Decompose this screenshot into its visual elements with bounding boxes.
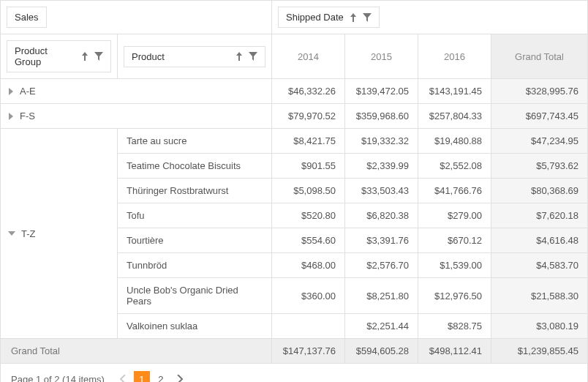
group-row-tz: T-Z Tarte au sucre $8,421.75 $19,332.32 … <box>1 129 587 339</box>
data-cell: $1,539.00 <box>418 253 491 277</box>
data-cell: $2,552.08 <box>418 154 491 178</box>
row-field-product[interactable]: Product <box>124 46 265 67</box>
data-cell: $3,391.76 <box>345 228 418 252</box>
data-cell: $143,191.45 <box>418 79 491 103</box>
column-area: Shipped Date <box>272 1 587 34</box>
sort-asc-icon[interactable] <box>235 52 243 61</box>
data-cell: $2,251.44 <box>345 314 418 338</box>
data-cell: $6,820.38 <box>345 203 418 228</box>
table-row: Uncle Bob's Organic Dried Pears $360.00 … <box>118 278 587 314</box>
group-toggle-fs[interactable]: F-S <box>1 104 272 128</box>
column-header-2015[interactable]: 2015 <box>345 34 418 78</box>
data-cell: $147,137.76 <box>272 339 345 363</box>
filter-icon[interactable] <box>94 52 103 61</box>
data-cell: $2,576.70 <box>345 253 418 277</box>
row-field-product-cell: Product <box>118 34 272 78</box>
data-cell-grand-total: $1,239,855.45 <box>491 339 587 363</box>
field-label: Sales <box>15 12 39 23</box>
data-cell: $257,804.33 <box>418 104 491 128</box>
column-headers: 2014 2015 2016 Grand Total <box>272 34 587 78</box>
data-cell-grand-total: $4,616.48 <box>491 228 587 252</box>
data-cell-grand-total: $4,583.70 <box>491 253 587 277</box>
data-cell: $5,098.50 <box>272 179 345 203</box>
pager-summary: Page 1 of 2 (14 items) <box>11 374 105 383</box>
group-row-fs: F-S $79,970.52 $359,968.60 $257,804.33 $… <box>1 104 587 129</box>
table-row: Tarte au sucre $8,421.75 $19,332.32 $19,… <box>118 129 587 154</box>
table-row: Teatime Chocolate Biscuits $901.55 $2,33… <box>118 154 587 179</box>
group-toggle-tz[interactable]: T-Z <box>1 129 118 338</box>
product-name: Tourtière <box>118 228 272 252</box>
data-cell-grand-total: $7,620.18 <box>491 203 587 228</box>
product-name: Tofu <box>118 203 272 228</box>
field-label: Shipped Date <box>286 12 344 23</box>
data-cell-grand-total: $21,588.30 <box>491 278 587 313</box>
table-row: Tofu $520.80 $6,820.38 $279.00 $7,620.18 <box>118 203 587 228</box>
column-field-shipped-date[interactable]: Shipped Date <box>278 7 380 28</box>
column-header-2014[interactable]: 2014 <box>272 34 345 78</box>
product-name: Tunnbröd <box>118 253 272 277</box>
data-cell: $828.75 <box>418 314 491 338</box>
header-row: Product Group Product <box>1 34 587 79</box>
table-row: Thüringer Rostbratwurst $5,098.50 $33,50… <box>118 179 587 203</box>
chevron-down-icon <box>8 231 15 236</box>
data-cell: $594,605.28 <box>345 339 418 363</box>
pager-next-button[interactable] <box>172 371 188 382</box>
row-field-product-group[interactable]: Product Group <box>7 40 111 72</box>
data-cell: $360.00 <box>272 278 345 313</box>
data-cell: $8,421.75 <box>272 129 345 153</box>
data-cell: $359,968.60 <box>345 104 418 128</box>
sort-asc-icon[interactable] <box>350 13 357 22</box>
data-cell-grand-total: $5,793.62 <box>491 154 587 178</box>
table-row: Tourtière $554.60 $3,391.76 $670.12 $4,6… <box>118 228 587 253</box>
data-cell: $670.12 <box>418 228 491 252</box>
filter-icon[interactable] <box>363 13 372 22</box>
data-cell: $19,480.88 <box>418 129 491 153</box>
data-cell-grand-total: $3,080.19 <box>491 314 587 338</box>
data-cell: $12,976.50 <box>418 278 491 313</box>
filter-field-sales[interactable]: Sales <box>7 7 47 28</box>
pager-page-2[interactable]: 2 <box>153 371 169 382</box>
product-name: Teatime Chocolate Biscuits <box>118 154 272 178</box>
chevron-left-icon <box>120 375 126 382</box>
product-rows-tz: Tarte au sucre $8,421.75 $19,332.32 $19,… <box>118 129 587 338</box>
data-cell: $8,251.80 <box>345 278 418 313</box>
group-label: A-E <box>20 86 36 97</box>
sort-asc-icon[interactable] <box>81 52 88 61</box>
group-label: T-Z <box>21 228 36 239</box>
data-cell: $468.00 <box>272 253 345 277</box>
pager: Page 1 of 2 (14 items) 1 2 <box>1 364 587 382</box>
field-areas-top: Sales Shipped Date <box>1 1 587 34</box>
data-cell: $41,766.76 <box>418 179 491 203</box>
product-name: Tarte au sucre <box>118 129 272 153</box>
column-header-2016[interactable]: 2016 <box>418 34 491 78</box>
product-name: Valkoinen suklaa <box>118 314 272 338</box>
filter-icon[interactable] <box>249 52 257 61</box>
group-toggle-ae[interactable]: A-E <box>1 79 272 103</box>
product-name: Thüringer Rostbratwurst <box>118 179 272 203</box>
data-cell: $520.80 <box>272 203 345 228</box>
chevron-right-icon <box>177 375 183 382</box>
field-label: Product Group <box>15 45 75 67</box>
data-cell: $139,472.05 <box>345 79 418 103</box>
data-cell-grand-total: $328,995.76 <box>491 79 587 103</box>
group-row-ae: A-E $46,332.26 $139,472.05 $143,191.45 $… <box>1 79 587 104</box>
data-cell: $554.60 <box>272 228 345 252</box>
data-cell-grand-total: $80,368.69 <box>491 179 587 203</box>
table-row: Tunnbröd $468.00 $2,576.70 $1,539.00 $4,… <box>118 253 587 278</box>
data-cell-grand-total: $47,234.95 <box>491 129 587 153</box>
data-cell: $79,970.52 <box>272 104 345 128</box>
data-cell: $901.55 <box>272 154 345 178</box>
product-name: Uncle Bob's Organic Dried Pears <box>118 278 272 313</box>
data-cell: $46,332.26 <box>272 79 345 103</box>
pager-prev-button[interactable] <box>115 371 131 382</box>
data-cell: $19,332.32 <box>345 129 418 153</box>
data-cell <box>272 314 345 338</box>
data-cell: $2,339.99 <box>345 154 418 178</box>
grand-total-row: Grand Total $147,137.76 $594,605.28 $498… <box>1 339 587 364</box>
data-cell: $498,112.41 <box>418 339 491 363</box>
pager-page-1[interactable]: 1 <box>134 371 150 382</box>
data-cell: $33,503.43 <box>345 179 418 203</box>
field-label: Product <box>132 51 165 62</box>
column-header-grand-total: Grand Total <box>491 34 587 78</box>
pager-buttons: 1 2 <box>115 371 188 382</box>
